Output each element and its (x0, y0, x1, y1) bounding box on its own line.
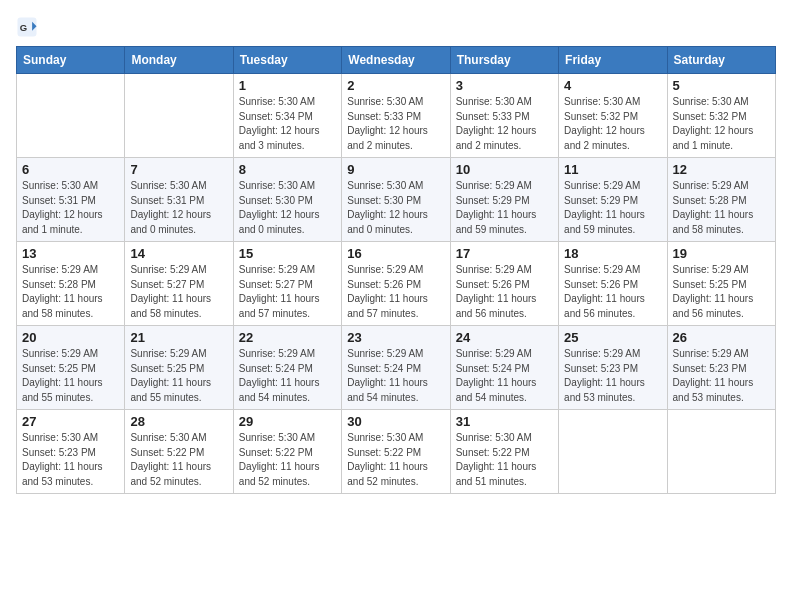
day-number: 7 (130, 162, 227, 177)
day-number: 20 (22, 330, 119, 345)
day-info: Sunrise: 5:29 AM Sunset: 5:24 PM Dayligh… (347, 347, 444, 405)
day-info: Sunrise: 5:30 AM Sunset: 5:34 PM Dayligh… (239, 95, 336, 153)
day-number: 2 (347, 78, 444, 93)
calendar-cell: 4Sunrise: 5:30 AM Sunset: 5:32 PM Daylig… (559, 74, 667, 158)
day-number: 9 (347, 162, 444, 177)
day-number: 27 (22, 414, 119, 429)
day-number: 15 (239, 246, 336, 261)
day-number: 31 (456, 414, 553, 429)
day-number: 21 (130, 330, 227, 345)
day-info: Sunrise: 5:30 AM Sunset: 5:30 PM Dayligh… (239, 179, 336, 237)
calendar-cell: 18Sunrise: 5:29 AM Sunset: 5:26 PM Dayli… (559, 242, 667, 326)
day-info: Sunrise: 5:30 AM Sunset: 5:30 PM Dayligh… (347, 179, 444, 237)
calendar-cell: 23Sunrise: 5:29 AM Sunset: 5:24 PM Dayli… (342, 326, 450, 410)
day-info: Sunrise: 5:30 AM Sunset: 5:22 PM Dayligh… (239, 431, 336, 489)
day-info: Sunrise: 5:29 AM Sunset: 5:28 PM Dayligh… (22, 263, 119, 321)
day-info: Sunrise: 5:30 AM Sunset: 5:33 PM Dayligh… (347, 95, 444, 153)
calendar-cell: 20Sunrise: 5:29 AM Sunset: 5:25 PM Dayli… (17, 326, 125, 410)
day-info: Sunrise: 5:29 AM Sunset: 5:26 PM Dayligh… (456, 263, 553, 321)
day-number: 24 (456, 330, 553, 345)
day-info: Sunrise: 5:29 AM Sunset: 5:28 PM Dayligh… (673, 179, 770, 237)
day-info: Sunrise: 5:30 AM Sunset: 5:31 PM Dayligh… (22, 179, 119, 237)
day-info: Sunrise: 5:30 AM Sunset: 5:22 PM Dayligh… (456, 431, 553, 489)
weekday-header-thursday: Thursday (450, 47, 558, 74)
day-number: 19 (673, 246, 770, 261)
day-number: 10 (456, 162, 553, 177)
day-info: Sunrise: 5:29 AM Sunset: 5:25 PM Dayligh… (673, 263, 770, 321)
day-number: 11 (564, 162, 661, 177)
calendar-cell: 10Sunrise: 5:29 AM Sunset: 5:29 PM Dayli… (450, 158, 558, 242)
day-info: Sunrise: 5:29 AM Sunset: 5:29 PM Dayligh… (456, 179, 553, 237)
calendar-cell: 1Sunrise: 5:30 AM Sunset: 5:34 PM Daylig… (233, 74, 341, 158)
day-info: Sunrise: 5:29 AM Sunset: 5:27 PM Dayligh… (239, 263, 336, 321)
calendar-cell: 28Sunrise: 5:30 AM Sunset: 5:22 PM Dayli… (125, 410, 233, 494)
calendar-cell: 12Sunrise: 5:29 AM Sunset: 5:28 PM Dayli… (667, 158, 775, 242)
day-info: Sunrise: 5:30 AM Sunset: 5:22 PM Dayligh… (347, 431, 444, 489)
day-info: Sunrise: 5:30 AM Sunset: 5:33 PM Dayligh… (456, 95, 553, 153)
calendar-table: SundayMondayTuesdayWednesdayThursdayFrid… (16, 46, 776, 494)
day-info: Sunrise: 5:29 AM Sunset: 5:23 PM Dayligh… (564, 347, 661, 405)
day-number: 26 (673, 330, 770, 345)
calendar-cell: 24Sunrise: 5:29 AM Sunset: 5:24 PM Dayli… (450, 326, 558, 410)
day-number: 23 (347, 330, 444, 345)
day-number: 4 (564, 78, 661, 93)
weekday-header-tuesday: Tuesday (233, 47, 341, 74)
calendar-cell: 16Sunrise: 5:29 AM Sunset: 5:26 PM Dayli… (342, 242, 450, 326)
day-number: 3 (456, 78, 553, 93)
calendar-cell: 8Sunrise: 5:30 AM Sunset: 5:30 PM Daylig… (233, 158, 341, 242)
day-info: Sunrise: 5:29 AM Sunset: 5:26 PM Dayligh… (564, 263, 661, 321)
calendar-cell: 11Sunrise: 5:29 AM Sunset: 5:29 PM Dayli… (559, 158, 667, 242)
calendar-cell: 3Sunrise: 5:30 AM Sunset: 5:33 PM Daylig… (450, 74, 558, 158)
day-info: Sunrise: 5:30 AM Sunset: 5:32 PM Dayligh… (673, 95, 770, 153)
day-info: Sunrise: 5:30 AM Sunset: 5:32 PM Dayligh… (564, 95, 661, 153)
day-number: 14 (130, 246, 227, 261)
calendar-cell: 31Sunrise: 5:30 AM Sunset: 5:22 PM Dayli… (450, 410, 558, 494)
calendar-cell: 21Sunrise: 5:29 AM Sunset: 5:25 PM Dayli… (125, 326, 233, 410)
day-info: Sunrise: 5:29 AM Sunset: 5:26 PM Dayligh… (347, 263, 444, 321)
calendar-cell: 6Sunrise: 5:30 AM Sunset: 5:31 PM Daylig… (17, 158, 125, 242)
calendar-cell: 22Sunrise: 5:29 AM Sunset: 5:24 PM Dayli… (233, 326, 341, 410)
day-number: 22 (239, 330, 336, 345)
day-info: Sunrise: 5:30 AM Sunset: 5:22 PM Dayligh… (130, 431, 227, 489)
calendar-cell: 25Sunrise: 5:29 AM Sunset: 5:23 PM Dayli… (559, 326, 667, 410)
day-info: Sunrise: 5:29 AM Sunset: 5:24 PM Dayligh… (456, 347, 553, 405)
day-number: 6 (22, 162, 119, 177)
calendar-cell: 27Sunrise: 5:30 AM Sunset: 5:23 PM Dayli… (17, 410, 125, 494)
weekday-header-wednesday: Wednesday (342, 47, 450, 74)
day-info: Sunrise: 5:29 AM Sunset: 5:25 PM Dayligh… (130, 347, 227, 405)
calendar-cell: 14Sunrise: 5:29 AM Sunset: 5:27 PM Dayli… (125, 242, 233, 326)
calendar-cell (17, 74, 125, 158)
weekday-header-saturday: Saturday (667, 47, 775, 74)
day-info: Sunrise: 5:29 AM Sunset: 5:29 PM Dayligh… (564, 179, 661, 237)
logo: G (16, 16, 42, 38)
day-number: 8 (239, 162, 336, 177)
calendar-cell: 17Sunrise: 5:29 AM Sunset: 5:26 PM Dayli… (450, 242, 558, 326)
svg-text:G: G (20, 22, 27, 33)
day-number: 17 (456, 246, 553, 261)
day-number: 5 (673, 78, 770, 93)
day-number: 13 (22, 246, 119, 261)
day-info: Sunrise: 5:30 AM Sunset: 5:31 PM Dayligh… (130, 179, 227, 237)
day-number: 30 (347, 414, 444, 429)
calendar-cell: 15Sunrise: 5:29 AM Sunset: 5:27 PM Dayli… (233, 242, 341, 326)
calendar-cell: 26Sunrise: 5:29 AM Sunset: 5:23 PM Dayli… (667, 326, 775, 410)
day-info: Sunrise: 5:29 AM Sunset: 5:25 PM Dayligh… (22, 347, 119, 405)
calendar-cell: 19Sunrise: 5:29 AM Sunset: 5:25 PM Dayli… (667, 242, 775, 326)
calendar-cell: 2Sunrise: 5:30 AM Sunset: 5:33 PM Daylig… (342, 74, 450, 158)
day-number: 29 (239, 414, 336, 429)
calendar-cell (125, 74, 233, 158)
day-info: Sunrise: 5:29 AM Sunset: 5:27 PM Dayligh… (130, 263, 227, 321)
day-number: 12 (673, 162, 770, 177)
day-info: Sunrise: 5:29 AM Sunset: 5:23 PM Dayligh… (673, 347, 770, 405)
day-number: 18 (564, 246, 661, 261)
calendar-cell (559, 410, 667, 494)
day-info: Sunrise: 5:29 AM Sunset: 5:24 PM Dayligh… (239, 347, 336, 405)
day-number: 28 (130, 414, 227, 429)
calendar-cell (667, 410, 775, 494)
logo-icon: G (16, 16, 38, 38)
weekday-header-friday: Friday (559, 47, 667, 74)
calendar-cell: 13Sunrise: 5:29 AM Sunset: 5:28 PM Dayli… (17, 242, 125, 326)
day-number: 16 (347, 246, 444, 261)
calendar-cell: 30Sunrise: 5:30 AM Sunset: 5:22 PM Dayli… (342, 410, 450, 494)
calendar-cell: 7Sunrise: 5:30 AM Sunset: 5:31 PM Daylig… (125, 158, 233, 242)
